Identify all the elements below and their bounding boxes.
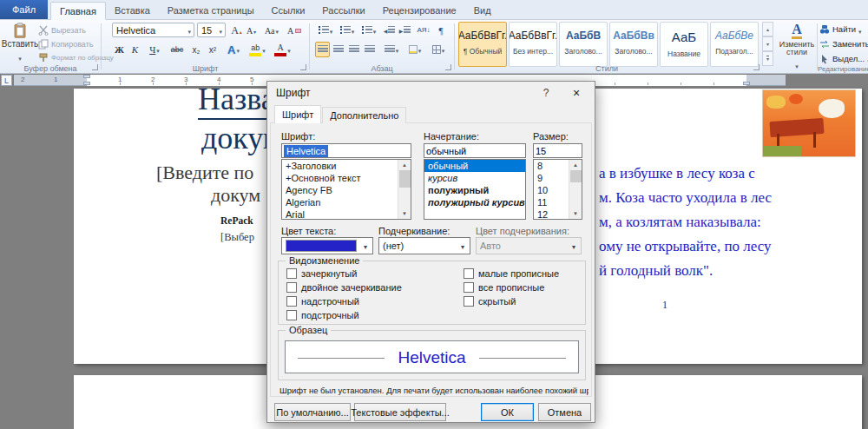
indent-marker-first-line[interactable]	[83, 75, 90, 78]
tab-stop-selector[interactable]: L	[1, 75, 12, 86]
multilevel-list-button[interactable]	[358, 23, 379, 38]
copy-button[interactable]: Копировать	[38, 37, 93, 50]
checkbox-superscript[interactable]: надстрочный	[286, 296, 359, 307]
shrink-font-button[interactable]: А	[244, 23, 259, 38]
style-card-no-spacing[interactable]: АаБбВвГг. Без интер...	[509, 22, 557, 67]
show-marks-button[interactable]: ¶	[434, 23, 448, 38]
clipboard-dialog-launcher-icon[interactable]	[92, 64, 98, 70]
indent-marker-hanging[interactable]	[83, 82, 90, 85]
paragraph-dialog-launcher-icon[interactable]	[445, 64, 451, 70]
style-card-heading1[interactable]: АаБбВ Заголово...	[559, 22, 608, 67]
font-size-list[interactable]: 8 9 10 11 12	[533, 159, 582, 220]
underline-button[interactable]: Ч	[143, 42, 166, 57]
numbering-button[interactable]	[337, 23, 358, 38]
checkbox-small-caps[interactable]: малые прописные	[464, 268, 559, 279]
scroll-up-icon[interactable]	[573, 160, 578, 170]
tab-mailings[interactable]: Рассылки	[313, 1, 373, 19]
underline-style-combo[interactable]: (нет)	[378, 237, 470, 254]
style-card-title[interactable]: АаБ Название	[660, 22, 708, 67]
checkbox-all-caps[interactable]: все прописные	[464, 282, 544, 293]
checkbox-subscript[interactable]: подстрочный	[286, 310, 359, 320]
line-spacing-button[interactable]	[381, 42, 402, 57]
close-button[interactable]: ×	[563, 83, 589, 102]
text-effects-dialog-button[interactable]: Текстовые эффекты...	[354, 403, 446, 421]
strikethrough-button[interactable]: abc	[168, 42, 187, 57]
sort-button[interactable]: АЯ↓	[415, 23, 432, 38]
font-list-item[interactable]: Algerian	[282, 196, 411, 208]
change-styles-button[interactable]: А Изменить стили	[778, 22, 816, 67]
font-dialog-launcher-icon[interactable]	[300, 64, 306, 70]
find-button[interactable]: Найти	[819, 23, 862, 36]
font-list-item[interactable]: Agency FB	[282, 184, 411, 196]
align-right-button[interactable]	[346, 42, 361, 57]
text-effects-button[interactable]: А	[223, 42, 244, 57]
dialog-titlebar[interactable]: Шрифт ? ×	[267, 82, 595, 104]
select-button[interactable]: Выдел...	[819, 52, 868, 65]
shading-button[interactable]	[404, 42, 425, 57]
checkbox-hidden[interactable]: скрытый	[464, 296, 516, 307]
scroll-down-icon[interactable]	[402, 208, 407, 219]
set-default-button[interactable]: По умолчанию...	[274, 403, 351, 421]
font-style-item[interactable]: курсив	[424, 172, 525, 184]
tab-home[interactable]: Главная	[50, 2, 106, 20]
font-style-item[interactable]: полужирный курсив	[424, 196, 525, 208]
scroll-up-icon[interactable]	[402, 160, 407, 170]
styles-dialog-launcher-icon[interactable]	[753, 64, 760, 70]
styles-scroll-down-button[interactable]: ▾	[762, 36, 773, 51]
font-list-item[interactable]: Arial	[282, 208, 411, 220]
bold-button[interactable]: Ж	[112, 42, 127, 57]
font-size-combobox[interactable]: 15	[197, 23, 226, 37]
tab-file[interactable]: Файл	[0, 0, 48, 19]
increase-indent-button[interactable]: ▶	[398, 23, 412, 38]
superscript-button[interactable]: x²	[205, 42, 220, 57]
font-name-input[interactable]: Helvetica	[281, 143, 411, 158]
borders-button[interactable]	[428, 42, 449, 57]
tab-review[interactable]: Рецензирование	[374, 1, 465, 19]
ok-button[interactable]: ОК	[481, 403, 534, 421]
font-style-list[interactable]: обычный курсив полужирный полужирный кур…	[424, 159, 526, 220]
styles-scroll-up-button[interactable]: ▴	[762, 22, 773, 36]
align-center-button[interactable]	[331, 42, 345, 57]
replace-button[interactable]: Заменить	[819, 37, 868, 50]
scroll-thumb[interactable]	[399, 170, 411, 188]
change-case-button[interactable]: Аа	[260, 23, 283, 38]
scroll-down-icon[interactable]	[573, 208, 578, 219]
subscript-button[interactable]: x₂	[188, 42, 204, 57]
font-size-scrollbar[interactable]	[569, 160, 582, 219]
text-color-combo[interactable]	[281, 237, 373, 254]
highlight-color-button[interactable]: ab	[246, 42, 269, 57]
dialog-tab-advanced[interactable]: Дополнительно	[322, 107, 406, 123]
align-left-button[interactable]	[315, 42, 330, 57]
checkbox-double-strikethrough[interactable]: двойное зачеркивание	[286, 282, 402, 293]
styles-gallery-expand-button[interactable]: ▾	[762, 51, 773, 66]
grow-font-button[interactable]: А	[229, 23, 244, 38]
style-card-heading2[interactable]: АаБбВв Заголово...	[609, 22, 658, 67]
checkbox-strikethrough[interactable]: зачеркнутый	[286, 268, 357, 279]
tab-page-layout[interactable]: Разметка страницы	[159, 1, 263, 19]
font-list[interactable]: +Заголовки +Основной текст Agency FB Alg…	[281, 159, 411, 220]
font-list-item[interactable]: +Заголовки	[282, 160, 411, 172]
help-button[interactable]: ?	[534, 83, 558, 102]
italic-button[interactable]: К	[128, 42, 142, 57]
bullets-button[interactable]	[315, 23, 336, 38]
decrease-indent-button[interactable]: ◀	[382, 23, 397, 38]
justify-button[interactable]	[362, 42, 377, 57]
font-style-input[interactable]: обычный	[424, 143, 526, 158]
tab-insert[interactable]: Вставка	[106, 1, 159, 19]
indent-marker-right[interactable]	[743, 82, 750, 85]
font-style-item[interactable]: обычный	[424, 160, 525, 172]
font-list-item[interactable]: +Основной текст	[282, 172, 411, 184]
style-card-normal[interactable]: АаБбВвГг. ¶ Обычный	[458, 22, 507, 67]
paste-button[interactable]: Вставить	[3, 22, 36, 65]
font-list-scrollbar[interactable]	[398, 160, 411, 219]
font-style-item[interactable]: полужирный	[424, 184, 525, 196]
font-size-input[interactable]: 15	[533, 143, 582, 158]
scroll-thumb[interactable]	[570, 170, 582, 182]
cancel-button[interactable]: Отмена	[538, 403, 591, 421]
font-color-button[interactable]: А	[271, 42, 294, 57]
style-card-subtitle[interactable]: АаБбВе Подзагол...	[710, 22, 759, 67]
tab-references[interactable]: Ссылки	[263, 1, 314, 19]
cut-button[interactable]: Вырезать	[38, 23, 86, 36]
font-name-combobox[interactable]: Helvetica	[112, 23, 194, 37]
dialog-tab-font[interactable]: Шрифт	[274, 105, 321, 123]
